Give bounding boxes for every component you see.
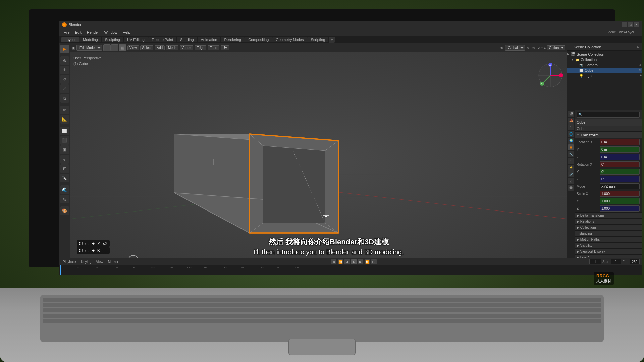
props-tab-world[interactable]: 🌍 — [568, 138, 574, 144]
viewport-mode-icon[interactable]: ▣ — [72, 46, 75, 50]
tab-uv-editing[interactable]: UV Editing — [124, 37, 148, 42]
cube-visibility[interactable]: 👁 — [639, 69, 642, 72]
tab-texture-paint[interactable]: Texture Paint — [148, 37, 176, 42]
instancing-section[interactable]: Instancing — [575, 231, 642, 237]
view-menu[interactable]: View — [127, 45, 139, 50]
camera-visibility[interactable]: 👁 — [639, 63, 642, 67]
rotation-z-value[interactable]: 0° — [600, 176, 640, 182]
laptop-trackpad[interactable] — [288, 339, 356, 355]
proportional-icon[interactable]: ◎ — [532, 46, 536, 49]
viewport-3d[interactable]: User Perspective (1) Cube — [70, 52, 567, 275]
tool-move[interactable]: ✛ — [60, 66, 69, 74]
keying-menu[interactable]: Keying — [80, 260, 93, 264]
end-frame-input[interactable]: 250 — [630, 259, 640, 264]
collections-section[interactable]: ▶ Collections — [575, 225, 642, 231]
minimize-button[interactable]: – — [622, 22, 627, 27]
scene-collection-row[interactable]: ▶ 🎬 Scene Collection — [567, 51, 642, 57]
play-btn[interactable]: ▶ — [351, 259, 357, 264]
timeline-track[interactable]: 1 20 40 60 80 100 120 140 160 180 200 22… — [59, 265, 642, 275]
face-mode-btn[interactable]: ▦ — [119, 44, 126, 51]
transform-pivot-icon[interactable]: ◉ — [500, 46, 504, 49]
playback-menu[interactable]: Playback — [61, 260, 78, 264]
tool-knife[interactable]: 🔪 — [60, 174, 69, 182]
transform-header[interactable]: ▼ Transform — [575, 132, 642, 138]
location-y-value[interactable]: 0 m — [600, 146, 640, 153]
face-menu[interactable]: Face — [208, 45, 219, 50]
maximize-button[interactable]: □ — [628, 22, 633, 27]
props-tab-modifiers[interactable]: 🔧 — [568, 151, 574, 157]
playhead[interactable] — [60, 265, 61, 275]
tab-scripting[interactable]: Scripting — [307, 37, 328, 42]
viewport-display-section[interactable]: ▶ Viewport Display — [575, 249, 642, 255]
props-tab-scene[interactable]: 🌐 — [568, 131, 574, 137]
uv-menu[interactable]: UV — [221, 45, 229, 50]
collection-row[interactable]: ▼ 📁 Collection — [567, 57, 642, 62]
tool-smooth[interactable]: 🌊 — [60, 185, 69, 194]
tool-inset[interactable]: ▣ — [60, 145, 69, 154]
light-row[interactable]: 💡 Light 👁 — [567, 73, 642, 78]
tab-compositing[interactable]: Compositing — [245, 37, 272, 42]
tab-shading[interactable]: Shading — [177, 37, 197, 42]
tab-rendering[interactable]: Rendering — [221, 37, 245, 42]
tool-shrink[interactable]: ◎ — [60, 195, 69, 203]
select-menu[interactable]: Select — [140, 45, 154, 50]
cube-row[interactable]: ⬜ Cube 👁 — [567, 68, 642, 73]
tool-select[interactable]: ▶ — [60, 45, 69, 53]
timeline-view-menu[interactable]: View — [95, 260, 105, 264]
visibility-section[interactable]: ▶ Visibility — [575, 243, 642, 249]
add-menu[interactable]: Add — [155, 45, 165, 50]
prev-frame-btn[interactable]: ◀ — [344, 259, 350, 264]
jump-start-btn[interactable]: ⏮ — [331, 259, 336, 264]
relations-section[interactable]: ▶ Relations — [575, 219, 642, 225]
props-tab-physics[interactable]: ⚡ — [568, 165, 574, 171]
tab-animation[interactable]: Animation — [198, 37, 221, 42]
prev-keyframe-btn[interactable]: ⏪ — [338, 259, 343, 264]
scale-x-value[interactable]: 1.000 — [600, 191, 640, 197]
edge-mode-btn[interactable]: — — [111, 44, 118, 51]
next-keyframe-btn[interactable]: ⏩ — [365, 259, 370, 264]
props-tab-output[interactable]: 📤 — [568, 118, 574, 124]
tool-scale[interactable]: ⤢ — [60, 84, 69, 93]
rotation-x-value[interactable]: 0° — [600, 161, 640, 167]
tool-rotate[interactable]: ↻ — [60, 75, 69, 84]
menu-edit[interactable]: Edit — [73, 29, 84, 35]
start-frame-input[interactable]: 1 — [611, 259, 621, 264]
edit-mode-dropdown[interactable]: Edit Mode — [76, 45, 102, 51]
location-x-value[interactable]: 0 m — [600, 139, 640, 145]
props-tab-view-layer[interactable]: 🗂 — [568, 124, 574, 130]
menu-help[interactable]: Help — [120, 29, 133, 35]
next-frame-btn[interactable]: ▶ — [358, 259, 363, 264]
props-search-input[interactable] — [577, 112, 640, 118]
tab-geometry-nodes[interactable]: Geometry Nodes — [272, 37, 307, 42]
light-visibility[interactable]: 👁 — [639, 74, 642, 77]
options-btn[interactable]: Options ▾ — [547, 45, 565, 50]
nav-gizmo[interactable]: X Y Z — [537, 62, 564, 89]
close-button[interactable]: ✕ — [634, 22, 639, 27]
delta-transform-section[interactable]: ▶ Delta Transform — [575, 213, 642, 219]
tool-bevel[interactable]: ◱ — [60, 155, 69, 164]
location-z-value[interactable]: 0 m — [600, 154, 640, 160]
motion-paths-section[interactable]: ▶ Motion Paths — [575, 237, 642, 243]
props-tab-material[interactable]: ⬤ — [568, 185, 574, 191]
camera-row[interactable]: 📷 Camera 👁 — [567, 62, 642, 68]
tool-paint[interactable]: 🎨 — [60, 206, 69, 215]
menu-render[interactable]: Render — [85, 29, 101, 35]
vertex-menu[interactable]: Vertex — [180, 45, 193, 50]
outliner-filter[interactable]: ⚙ — [637, 45, 640, 49]
menu-window[interactable]: Window — [102, 29, 120, 35]
tab-sculpting[interactable]: Sculpting — [102, 37, 123, 42]
tool-add-cube[interactable]: ⬜ — [60, 127, 69, 135]
current-frame-input[interactable]: 1 — [589, 259, 601, 264]
scale-y-value[interactable]: 1.000 — [600, 198, 640, 204]
props-tab-data[interactable]: △ — [568, 178, 574, 184]
snap-icon[interactable]: ⊕ — [526, 46, 530, 49]
marker-menu[interactable]: Marker — [107, 260, 120, 264]
props-tab-particles[interactable]: ✦ — [568, 158, 574, 164]
mesh-menu[interactable]: Mesh — [166, 45, 178, 50]
props-tab-render[interactable]: 🎬 — [568, 111, 574, 117]
viewport[interactable]: ▣ Edit Mode · — ▦ View Select Add Mesh — [70, 43, 567, 275]
rotation-mode-value[interactable]: XYZ Euler — [600, 183, 640, 189]
scale-z-value[interactable]: 1.000 — [600, 205, 640, 212]
props-tab-object[interactable]: ▣ — [568, 144, 574, 150]
props-tab-constraints[interactable]: 🔗 — [568, 171, 574, 177]
